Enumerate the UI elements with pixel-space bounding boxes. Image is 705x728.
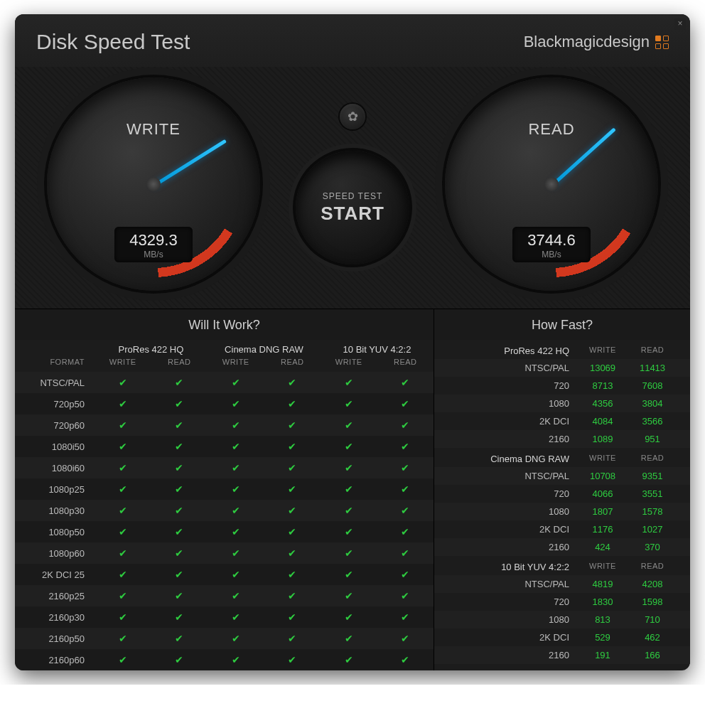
close-icon[interactable]: × <box>674 18 686 30</box>
app-window: × Disk Speed Test Blackmagicdesign WRITE… <box>15 14 690 670</box>
format-label: 1080p30 <box>15 500 95 521</box>
table-row: 1080p50✔✔✔✔✔✔ <box>15 521 434 542</box>
resolution-label: 1080 <box>434 398 578 409</box>
resolution-label: NTSC/PAL <box>434 579 578 589</box>
hf-group-header: ProRes 422 HQ WRITE READ <box>434 340 690 359</box>
wiw-sub-header: FORMAT WRITE READ WRITE READ WRITE READ <box>15 355 434 372</box>
read-value: 4208 <box>628 579 677 589</box>
resolution-label: 2K DCI <box>434 416 578 427</box>
col-header: WRITE <box>578 346 628 356</box>
wiw-codec-header: ProRes 422 HQ Cinema DNG RAW 10 Bit YUV … <box>15 340 434 355</box>
check-icon: ✔ <box>377 500 434 521</box>
check-icon: ✔ <box>321 372 377 393</box>
col-header: WRITE <box>578 562 628 572</box>
resolution-label: 2160 <box>434 650 578 660</box>
check-icon: ✔ <box>321 542 377 564</box>
check-icon: ✔ <box>151 372 208 393</box>
col-header: WRITE <box>321 355 377 372</box>
check-icon: ✔ <box>264 606 321 628</box>
check-icon: ✔ <box>208 542 264 564</box>
check-icon: ✔ <box>321 500 377 521</box>
read-unit: MB/s <box>512 250 591 259</box>
read-value: 1027 <box>628 524 677 535</box>
format-label: 2160p60 <box>15 650 95 670</box>
table-row: 720 4066 3551 <box>434 485 690 503</box>
check-icon: ✔ <box>208 606 264 628</box>
wiw-table: ProRes 422 HQ Cinema DNG RAW 10 Bit YUV … <box>15 340 434 670</box>
read-value: 3804 <box>628 398 677 409</box>
format-label: 2160p25 <box>15 586 95 606</box>
read-value: 370 <box>628 542 677 552</box>
table-row: 1080 4356 3804 <box>434 395 690 412</box>
check-icon: ✔ <box>208 436 264 457</box>
format-label: NTSC/PAL <box>15 373 95 393</box>
check-icon: ✔ <box>151 500 208 521</box>
check-icon: ✔ <box>321 564 377 585</box>
format-label: 1080i50 <box>15 437 95 457</box>
check-icon: ✔ <box>151 478 208 500</box>
check-icon: ✔ <box>208 372 264 393</box>
table-row: 720 8713 7608 <box>434 377 690 395</box>
table-row: 2K DCI 25✔✔✔✔✔✔ <box>15 564 434 585</box>
write-value: 1830 <box>578 596 628 607</box>
check-icon: ✔ <box>377 521 434 542</box>
write-value: 4066 <box>578 488 628 499</box>
format-label: 1080p25 <box>15 479 95 500</box>
brand-text: Blackmagicdesign <box>524 33 650 51</box>
check-icon: ✔ <box>321 606 377 628</box>
check-icon: ✔ <box>95 436 151 457</box>
check-icon: ✔ <box>264 500 321 521</box>
check-icon: ✔ <box>95 606 151 628</box>
col-header: WRITE <box>208 355 264 372</box>
read-value: 1598 <box>628 596 677 607</box>
table-row: 2160p60✔✔✔✔✔✔ <box>15 649 434 670</box>
table-row: 2160p50✔✔✔✔✔✔ <box>15 628 434 649</box>
hf-title: How Fast? <box>434 309 690 340</box>
check-icon: ✔ <box>208 414 264 436</box>
check-icon: ✔ <box>321 478 377 500</box>
check-icon: ✔ <box>95 478 151 500</box>
settings-button[interactable]: ✿ <box>340 104 365 129</box>
write-value: 10708 <box>578 471 628 481</box>
check-icon: ✔ <box>208 564 264 585</box>
write-value: 4329.3 <box>114 231 193 250</box>
check-icon: ✔ <box>321 521 377 542</box>
check-icon: ✔ <box>377 649 434 670</box>
col-header: WRITE <box>95 355 151 372</box>
check-icon: ✔ <box>377 542 434 564</box>
check-icon: ✔ <box>377 414 434 436</box>
check-icon: ✔ <box>264 628 321 649</box>
read-gauge: READ 3744.6 MB/s <box>445 77 658 291</box>
check-icon: ✔ <box>264 478 321 500</box>
table-row: 1080p60✔✔✔✔✔✔ <box>15 542 434 564</box>
table-row: 1080p30✔✔✔✔✔✔ <box>15 500 434 521</box>
write-value: 529 <box>578 632 628 643</box>
check-icon: ✔ <box>264 393 321 414</box>
check-icon: ✔ <box>377 478 434 500</box>
tables: Will It Work? ProRes 422 HQ Cinema DNG R… <box>15 309 690 670</box>
check-icon: ✔ <box>95 564 151 585</box>
check-icon: ✔ <box>377 393 434 414</box>
codec-label: ProRes 422 HQ <box>95 340 208 355</box>
write-value: 13069 <box>578 363 628 373</box>
col-header: READ <box>628 454 677 464</box>
check-icon: ✔ <box>208 478 264 500</box>
resolution-label: 720 <box>434 488 578 499</box>
wiw-title: Will It Work? <box>15 309 434 340</box>
check-icon: ✔ <box>151 628 208 649</box>
check-icon: ✔ <box>208 393 264 414</box>
table-row: 1080 1807 1578 <box>434 503 690 520</box>
col-header: READ <box>377 355 434 372</box>
format-label: 720p50 <box>15 394 95 414</box>
read-value: 3744.6 <box>512 231 591 250</box>
check-icon: ✔ <box>151 585 208 606</box>
check-icon: ✔ <box>95 585 151 606</box>
resolution-label: 2K DCI <box>434 632 578 643</box>
check-icon: ✔ <box>321 649 377 670</box>
hf-group-header: 10 Bit YUV 4:2:2 WRITE READ <box>434 556 690 575</box>
write-readout: 4329.3 MB/s <box>114 227 193 262</box>
table-row: 2K DCI 1176 1027 <box>434 520 690 538</box>
start-button[interactable]: SPEED TEST START <box>296 151 409 264</box>
start-subtitle: SPEED TEST <box>323 191 382 201</box>
read-value: 3566 <box>628 416 677 427</box>
